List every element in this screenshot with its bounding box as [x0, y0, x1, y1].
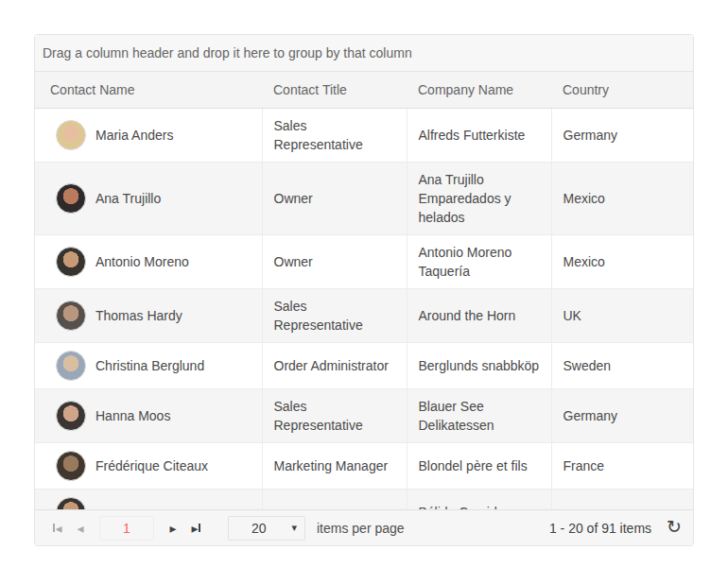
- avatar: [56, 401, 86, 431]
- refresh-icon[interactable]: ↻: [667, 518, 682, 536]
- contact-name: Ana Trujillo: [95, 189, 161, 208]
- page-size-value: 20: [251, 521, 267, 536]
- page-size-select[interactable]: 20 ▾: [228, 516, 305, 541]
- contact-name: Maria Anders: [95, 126, 173, 145]
- avatar: [56, 301, 86, 331]
- column-header-contact-name[interactable]: Contact Name: [35, 72, 262, 108]
- table-row[interactable]: Thomas Hardy Sales Representative Around…: [35, 288, 693, 342]
- pager: ◂ ◂ 1 ▸ ▸ 20 ▾ items per page 1 - 20 of …: [35, 509, 693, 545]
- avatar: [56, 497, 86, 510]
- company-name: Around the Horn: [407, 288, 551, 342]
- company-name: Berglunds snabbköp: [407, 342, 551, 388]
- table-row[interactable]: Maria Anders Sales Representative Alfred…: [35, 108, 693, 162]
- contact-title: Owner: [262, 234, 407, 288]
- contact-title: Order Administrator: [262, 342, 407, 388]
- country: Germany: [551, 388, 693, 442]
- previous-page-button[interactable]: ◂: [69, 517, 92, 540]
- company-name: Blondel père et fils: [407, 442, 551, 489]
- first-page-button[interactable]: ◂: [46, 517, 69, 540]
- contact-title: Sales Representative: [262, 388, 407, 442]
- contact-title: Owner: [262, 162, 407, 234]
- country: Germany: [551, 108, 693, 162]
- contact-name: Christina Berglund: [95, 356, 204, 375]
- avatar: [56, 351, 86, 381]
- contact-name: Antonio Moreno: [95, 252, 189, 271]
- company-name: Ana Trujillo Emparedados y helados: [407, 162, 551, 234]
- company-name: Bólido Comidas: [407, 489, 551, 509]
- last-page-button[interactable]: ▸: [184, 517, 207, 540]
- last-page-icon: [199, 524, 200, 532]
- header-row: Contact Name Contact Title Company Name …: [35, 72, 693, 108]
- table-row[interactable]: Bólido Comidas: [35, 489, 693, 509]
- avatar: [56, 120, 86, 150]
- country: Mexico: [551, 234, 693, 288]
- current-page-button[interactable]: 1: [99, 516, 154, 541]
- column-header-country[interactable]: Country: [551, 72, 693, 108]
- table-row[interactable]: Christina Berglund Order Administrator B…: [35, 342, 693, 388]
- next-page-button[interactable]: ▸: [162, 517, 184, 540]
- country: UK: [551, 288, 693, 342]
- company-name: Blauer See Delikatessen: [407, 388, 551, 442]
- contact-title: Sales Representative: [262, 288, 407, 342]
- contact-title: Sales Representative: [262, 108, 407, 162]
- contact-title: Marketing Manager: [262, 442, 407, 489]
- country: France: [551, 442, 693, 489]
- column-header-contact-title[interactable]: Contact Title: [262, 72, 407, 108]
- table-row[interactable]: Hanna Moos Sales Representative Blauer S…: [35, 388, 693, 442]
- contact-name: Frédérique Citeaux: [95, 456, 208, 475]
- avatar: [56, 451, 86, 481]
- company-name: Antonio Moreno Taquería: [407, 234, 551, 288]
- table-row[interactable]: Frédérique Citeaux Marketing Manager Blo…: [35, 442, 693, 489]
- company-name: Alfreds Futterkiste: [407, 108, 551, 162]
- chevron-down-icon: ▾: [291, 522, 297, 534]
- avatar: [56, 247, 86, 277]
- column-header-company-name[interactable]: Company Name: [407, 72, 551, 108]
- next-page-icon: ▸: [169, 522, 176, 535]
- table-row[interactable]: Antonio Moreno Owner Antonio Moreno Taqu…: [35, 234, 693, 288]
- page-info-label: 1 - 20 of 91 items: [549, 521, 651, 536]
- country: [551, 489, 693, 509]
- data-grid: Drag a column header and drop it here to…: [34, 34, 694, 546]
- contact-name: Hanna Moos: [95, 406, 170, 425]
- grid-body: Contact Name Contact Title Company Name …: [35, 72, 693, 509]
- table-row[interactable]: Ana Trujillo Owner Ana Trujillo Empareda…: [35, 162, 693, 234]
- contact-title: [262, 489, 407, 509]
- previous-page-icon: ◂: [77, 522, 83, 535]
- avatar: [56, 183, 86, 214]
- contact-name: Thomas Hardy: [95, 306, 182, 325]
- items-per-page-label: items per page: [317, 521, 405, 536]
- group-panel-hint: Drag a column header and drop it here to…: [43, 45, 412, 60]
- country: Mexico: [551, 162, 693, 234]
- country: Sweden: [551, 342, 693, 388]
- group-drop-panel[interactable]: Drag a column header and drop it here to…: [35, 35, 693, 72]
